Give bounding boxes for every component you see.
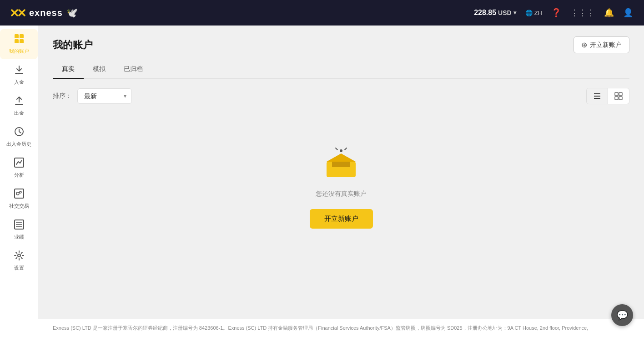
chat-button[interactable]: 💬: [611, 304, 633, 326]
sidebar-item-performance[interactable]: 业绩: [0, 215, 38, 245]
tab-archived[interactable]: 已归档: [115, 61, 152, 79]
sidebar-label-performance: 业绩: [14, 234, 24, 240]
svg-rect-32: [332, 162, 350, 167]
sidebar-label-settings: 设置: [14, 265, 24, 271]
empty-state-icon: [323, 146, 359, 181]
svg-rect-24: [615, 92, 618, 96]
view-toggle-group: [586, 88, 629, 104]
svg-marker-33: [327, 153, 356, 162]
sidebar-item-withdraw[interactable]: 出金: [0, 91, 38, 121]
balance-amount: 228.85: [474, 9, 496, 17]
svg-rect-6: [15, 39, 19, 43]
header-right: 228.85 USD ▾ 🌐 ZH ❓ ⋮⋮⋮ 🔔 👤: [474, 8, 633, 18]
sidebar-item-social[interactable]: 社交交易: [0, 184, 38, 214]
svg-rect-27: [619, 97, 622, 100]
globe-icon: 🌐: [525, 10, 533, 16]
apps-button[interactable]: ⋮⋮⋮: [570, 8, 595, 18]
sidebar-item-history[interactable]: 出入金历史: [0, 122, 38, 152]
sidebar-label-social: 社交交易: [9, 203, 29, 209]
sidebar-label-history: 出入金历史: [6, 141, 31, 148]
empty-text: 您还没有真实账户: [316, 190, 367, 198]
analysis-icon: [14, 158, 24, 170]
content-area: 我的账户 ⊕ 开立新账户 真实 模拟 已归档: [38, 26, 644, 319]
logo-bird-icon: 🕊️: [66, 7, 78, 18]
list-view-icon: [593, 92, 601, 100]
sidebar-label-analysis: 分析: [14, 172, 24, 179]
create-account-label: 开立新账户: [324, 214, 358, 222]
svg-point-28: [340, 149, 342, 152]
svg-rect-7: [20, 39, 24, 43]
header: exness 🕊️ 228.85 USD ▾ 🌐 ZH ❓ ⋮⋮⋮ 🔔 👤: [0, 0, 644, 26]
list-view-button[interactable]: [587, 88, 608, 104]
create-account-button[interactable]: 开立新账户: [310, 209, 373, 229]
social-icon: [14, 189, 24, 201]
user-icon: 👤: [623, 8, 633, 18]
history-icon: [14, 127, 24, 139]
open-account-header-button[interactable]: ⊕ 开立新账户: [574, 36, 629, 53]
sidebar-label-my-accounts: 我的账户: [9, 48, 29, 55]
sidebar: 我的账户 入金 出金 出入金历史 分析: [0, 26, 38, 337]
sort-select[interactable]: 最新 最旧 余额最高 余额最低: [77, 88, 132, 104]
page-title: 我的账户: [53, 38, 93, 52]
empty-state: 您还没有真实账户 开立新账户: [53, 119, 629, 256]
main-content: 我的账户 ⊕ 开立新账户 真实 模拟 已归档: [38, 26, 644, 337]
sidebar-item-analysis[interactable]: 分析: [0, 153, 38, 183]
notifications-button[interactable]: 🔔: [604, 8, 614, 18]
footer: Exness (SC) LTD 是一家注册于塞舌尔的证券经纪商，注册编号为 84…: [38, 319, 644, 337]
balance-currency: USD: [498, 9, 512, 16]
exness-logo: exness 🕊️: [11, 7, 78, 18]
settings-icon: [14, 250, 24, 263]
tab-demo[interactable]: 模拟: [84, 61, 115, 79]
grid-accounts-icon: [14, 34, 24, 46]
performance-icon: [14, 220, 24, 232]
help-button[interactable]: ❓: [551, 8, 561, 18]
grid-view-icon: [614, 92, 623, 100]
language-selector[interactable]: 🌐 ZH: [525, 10, 542, 16]
sidebar-item-deposit[interactable]: 入金: [0, 60, 38, 90]
withdraw-icon: [14, 96, 24, 108]
tab-real[interactable]: 真实: [53, 61, 84, 79]
deposit-icon: [14, 65, 24, 77]
grid-icon: ⋮⋮⋮: [570, 8, 595, 18]
sidebar-item-my-accounts[interactable]: 我的账户: [0, 29, 38, 59]
svg-point-20: [18, 254, 20, 257]
open-account-header-label: 开立新账户: [590, 41, 622, 49]
svg-line-15: [19, 193, 20, 193]
bell-icon: 🔔: [604, 8, 614, 18]
page-header: 我的账户 ⊕ 开立新账户: [53, 36, 629, 53]
footer-text: Exness (SC) LTD 是一家注册于塞舌尔的证券经纪商，注册编号为 84…: [53, 325, 629, 332]
toolbar: 排序： 最新 最旧 余额最高 余额最低: [53, 88, 629, 104]
svg-line-29: [336, 148, 337, 150]
grid-view-button[interactable]: [608, 88, 629, 104]
inbox-illustration: [323, 146, 359, 179]
sidebar-label-withdraw: 出金: [14, 110, 24, 117]
svg-point-13: [16, 192, 19, 195]
sort-label: 排序：: [53, 92, 72, 100]
help-icon: ❓: [551, 8, 561, 18]
layout: 我的账户 入金 出金 出入金历史 分析: [0, 26, 644, 337]
plus-circle-icon: ⊕: [581, 41, 587, 49]
svg-rect-4: [15, 34, 19, 38]
svg-rect-5: [20, 34, 24, 38]
balance-chevron-icon: ▾: [513, 10, 516, 16]
language-label: ZH: [534, 10, 542, 16]
sidebar-label-deposit: 入金: [14, 79, 24, 86]
header-left: exness 🕊️: [11, 7, 78, 18]
svg-rect-26: [615, 97, 618, 100]
logo-icon: [11, 8, 25, 17]
profile-button[interactable]: 👤: [623, 8, 633, 18]
sort-select-wrapper: 最新 最旧 余额最高 余额最低: [77, 88, 132, 104]
sort-area: 排序： 最新 最旧 余额最高 余额最低: [53, 88, 132, 104]
svg-rect-25: [619, 92, 622, 96]
logo-text: exness: [29, 8, 63, 18]
balance-display[interactable]: 228.85 USD ▾: [474, 9, 516, 17]
chat-icon: 💬: [617, 310, 628, 321]
tab-bar: 真实 模拟 已归档: [53, 61, 629, 79]
sidebar-item-settings[interactable]: 设置: [0, 246, 38, 276]
svg-line-30: [345, 148, 347, 150]
